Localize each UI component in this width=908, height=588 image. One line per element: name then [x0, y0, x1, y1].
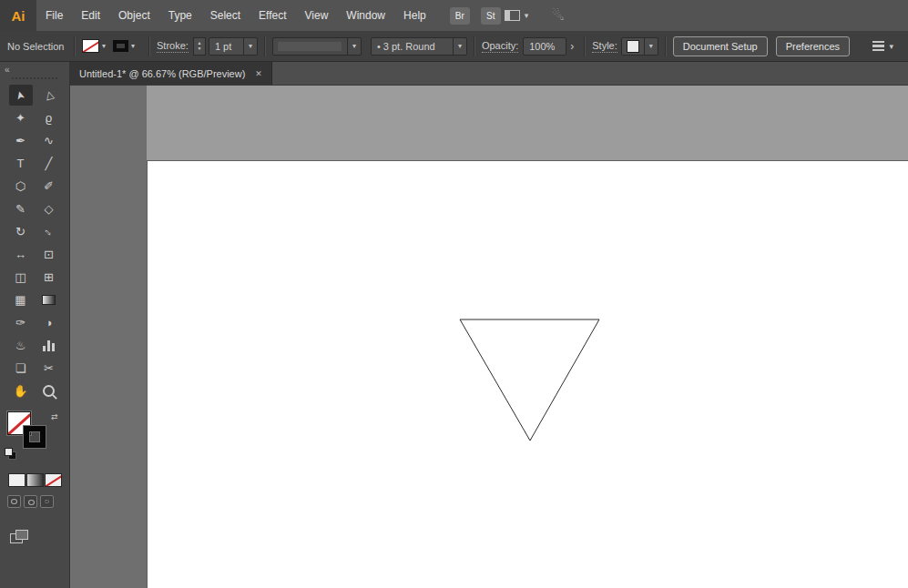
divider — [74, 36, 76, 56]
default-fill-stroke-icon[interactable] — [5, 448, 16, 460]
align-options[interactable]: ▾ — [872, 41, 901, 51]
column-graph-tool[interactable] — [37, 335, 61, 356]
stroke-weight-select[interactable]: 1 pt ▾ — [209, 37, 258, 56]
stroke-color-box[interactable] — [24, 426, 46, 448]
perspective-grid-tool[interactable]: ⊞ — [37, 267, 61, 288]
blend-tool[interactable]: ◑ — [37, 312, 61, 333]
canvas-area — [70, 86, 908, 588]
eyedropper-tool[interactable]: ✑ — [9, 312, 33, 333]
close-icon[interactable]: ✕ — [255, 69, 262, 78]
style-swatch — [627, 40, 639, 53]
gpu-performance-icon[interactable]: ☄ — [552, 7, 564, 24]
control-bar: No Selection ▾ ▾ Stroke: ▲ ▼ 1 pt ▾ ▾ • … — [0, 31, 908, 62]
hand-tool[interactable]: ✋ — [9, 380, 33, 401]
selection-status: No Selection — [7, 41, 67, 52]
eraser-tool[interactable]: ◇ — [37, 198, 61, 219]
magic-wand-tool[interactable]: ✦ — [9, 107, 33, 128]
pen-tool[interactable]: ✒ — [9, 130, 33, 151]
brush-definition-value: • 3 pt. Round — [372, 41, 441, 52]
preferences-button[interactable]: Preferences — [776, 36, 850, 56]
menu-object[interactable]: Object — [109, 0, 159, 31]
document-setup-button[interactable]: Document Setup — [673, 36, 768, 56]
type-tool[interactable]: T — [9, 153, 33, 174]
slice-tool-icon: ✂ — [44, 361, 54, 375]
gradient-tool-icon — [42, 295, 56, 305]
illustrator-window: Ai File Edit Object Type Select Effect V… — [0, 0, 908, 588]
menu-type[interactable]: Type — [159, 0, 201, 31]
change-screen-mode-button[interactable] — [10, 530, 28, 544]
menu-select[interactable]: Select — [201, 0, 250, 31]
shape-builder-tool-icon: ◫ — [15, 270, 26, 284]
triangle-shape[interactable] — [460, 319, 599, 441]
slice-tool[interactable]: ✂ — [37, 358, 61, 379]
selection-tool[interactable]: ➤ — [9, 85, 33, 106]
artboard[interactable] — [147, 160, 908, 588]
chevron-down-icon: ▾ — [644, 38, 658, 55]
chevron-down-icon[interactable]: ▾ — [102, 42, 106, 50]
style-label[interactable]: Style: — [592, 40, 617, 53]
chevron-down-icon: ▾ — [525, 11, 529, 20]
stroke-weight-value: 1 pt — [209, 41, 237, 52]
rotate-tool[interactable]: ↻ — [9, 221, 33, 242]
pasteboard — [147, 86, 908, 160]
direct-selection-tool-icon: ▷ — [42, 89, 56, 101]
curvature-tool-icon: ∿ — [44, 134, 54, 147]
stroke-weight-stepper[interactable]: ▲ ▼ — [193, 37, 206, 56]
menu-help[interactable]: Help — [394, 0, 435, 31]
align-icon — [872, 41, 884, 51]
draw-normal-mode-button[interactable] — [7, 495, 21, 508]
gradient-button[interactable] — [26, 473, 44, 487]
workspace-switcher[interactable]: ▾ — [505, 10, 529, 21]
variable-width-profile-select[interactable]: ▾ — [272, 37, 362, 56]
artboard-tool[interactable]: ❏ — [9, 358, 33, 379]
symbol-sprayer-tool[interactable]: ♨ — [9, 335, 33, 356]
zoom-tool[interactable] — [37, 380, 61, 401]
menu-view[interactable]: View — [296, 0, 338, 31]
lasso-tool-icon: ϱ — [46, 111, 52, 125]
menu-window[interactable]: Window — [337, 0, 394, 31]
pencil-tool[interactable]: ✎ — [9, 198, 33, 219]
chevron-down-icon[interactable]: ▾ — [131, 42, 135, 50]
menu-file[interactable]: File — [36, 0, 72, 31]
stroke-swatch[interactable] — [113, 40, 128, 52]
eyedropper-tool-icon: ✑ — [15, 316, 26, 329]
collapse-panel-icon[interactable]: « — [5, 65, 10, 75]
paintbrush-tool-icon: ✐ — [44, 179, 54, 193]
app-logo: Ai — [0, 0, 36, 31]
menu-effect[interactable]: Effect — [250, 0, 295, 31]
color-type-buttons — [8, 473, 69, 487]
curvature-tool[interactable]: ∿ — [37, 130, 61, 151]
free-transform-tool[interactable]: ⊡ — [37, 244, 61, 265]
stock-button[interactable]: St — [481, 7, 501, 25]
panel-grip[interactable] — [11, 76, 58, 81]
menu-edit[interactable]: Edit — [72, 0, 109, 31]
document-tab[interactable]: Untitled-1* @ 66.67% (RGB/Preview) ✕ — [70, 62, 272, 85]
artwork-layer — [148, 161, 908, 588]
opacity-select[interactable]: 100% — [523, 37, 566, 56]
document-tab-bar: Untitled-1* @ 66.67% (RGB/Preview) ✕ — [70, 62, 908, 86]
style-select[interactable]: ▾ — [621, 37, 658, 56]
draw-inside-mode-button[interactable] — [40, 495, 54, 508]
stroke-label[interactable]: Stroke: — [157, 40, 189, 53]
line-segment-tool[interactable]: ╱ — [37, 153, 61, 174]
none-button[interactable] — [45, 473, 62, 487]
lasso-tool[interactable]: ϱ — [37, 107, 61, 128]
swap-fill-stroke-icon[interactable]: ⇄ — [51, 412, 58, 421]
chevron-right-icon[interactable]: › — [570, 40, 574, 53]
shape-builder-tool[interactable]: ◫ — [9, 267, 33, 288]
gradient-tool[interactable] — [37, 289, 61, 310]
width-tool[interactable]: ↔ — [9, 244, 33, 265]
drawing-mode-buttons — [7, 495, 69, 508]
draw-behind-mode-button[interactable] — [24, 495, 37, 508]
mesh-tool[interactable]: ▦ — [9, 289, 33, 310]
scale-tool[interactable]: ⇔ — [37, 221, 61, 242]
brush-definition-select[interactable]: • 3 pt. Round ▾ — [371, 37, 467, 56]
fill-swatch[interactable] — [82, 39, 99, 53]
paintbrush-tool[interactable]: ✐ — [37, 176, 61, 197]
polygon-tool[interactable]: ⬡ — [9, 176, 33, 197]
opacity-label[interactable]: Opacity: — [482, 40, 518, 53]
bridge-button[interactable]: Br — [450, 7, 470, 25]
color-button[interactable] — [8, 473, 26, 487]
line-segment-tool-icon: ╱ — [46, 157, 53, 170]
direct-selection-tool[interactable]: ▷ — [37, 85, 61, 106]
